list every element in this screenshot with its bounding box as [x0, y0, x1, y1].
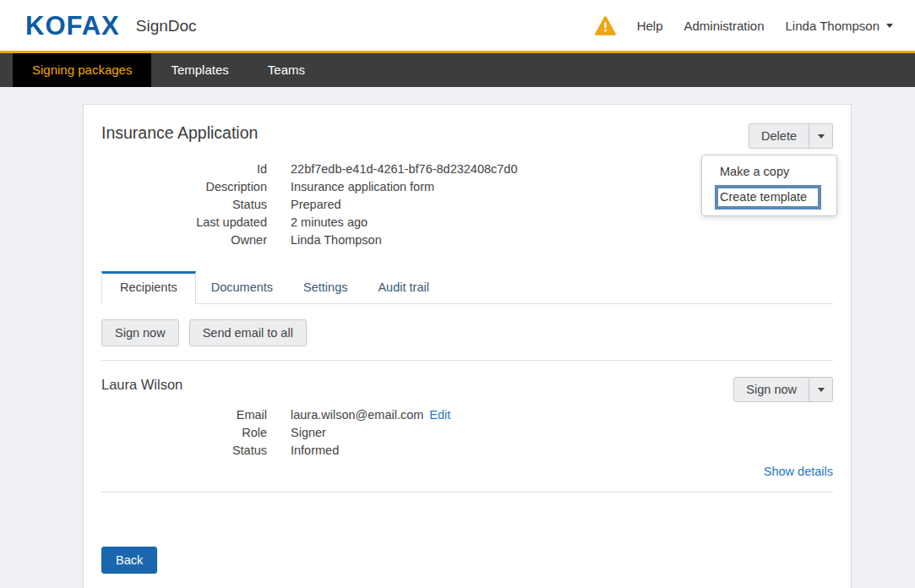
delete-dropdown-toggle[interactable]	[809, 123, 833, 149]
recipient-sign-now-button[interactable]: Sign now	[733, 377, 809, 402]
package-title: Insurance Application	[101, 123, 258, 143]
divider	[101, 492, 833, 493]
detail-label: Id	[101, 161, 267, 178]
tab-documents[interactable]: Documents	[196, 272, 288, 303]
recipient-detail-row: Role Signer	[101, 424, 833, 442]
package-detail-row: Last updated 2 minutes ago	[101, 214, 833, 231]
tab-settings[interactable]: Settings	[288, 272, 362, 303]
warning-icon[interactable]	[595, 16, 616, 35]
recipients-actions: Sign now Send email to all	[101, 319, 833, 346]
sign-now-button[interactable]: Sign now	[101, 319, 179, 346]
divider	[101, 360, 833, 361]
nav-item-signing-packages[interactable]: Signing packages	[13, 53, 151, 87]
nav-item-teams[interactable]: Teams	[248, 53, 324, 87]
detail-label: Description	[101, 178, 267, 196]
app-header: KOFAX SignDoc Help Administration Linda …	[0, 0, 915, 51]
administration-link[interactable]: Administration	[684, 19, 764, 33]
detail-value: Linda Thompson	[291, 231, 382, 249]
package-header: Insurance Application Delete Make a copy…	[101, 123, 833, 149]
tab-audit-trail[interactable]: Audit trail	[362, 272, 444, 303]
detail-value: 22bf7edb-e41d-4261-bf76-8d232408c7d0	[291, 161, 517, 178]
nav-item-templates[interactable]: Templates	[151, 53, 248, 87]
main-nav: Signing packages Templates Teams	[0, 53, 915, 87]
detail-value: 2 minutes ago	[291, 214, 368, 231]
delete-button-group: Delete Make a copy Create template	[749, 123, 833, 149]
detail-value: Informed	[291, 442, 339, 460]
chevron-down-icon	[818, 388, 825, 392]
app-name: SignDoc	[136, 17, 197, 35]
chevron-down-icon	[886, 24, 893, 28]
detail-label: Status	[101, 196, 267, 214]
page-content: Insurance Application Delete Make a copy…	[0, 87, 915, 588]
detail-label: Role	[101, 424, 267, 442]
recipient-header: Laura Wilson Sign now	[101, 377, 833, 402]
detail-label: Status	[101, 442, 267, 460]
chevron-down-icon	[818, 134, 825, 139]
package-card: Insurance Application Delete Make a copy…	[83, 104, 852, 588]
detail-value: Insurance application form	[291, 178, 434, 196]
detail-label: Last updated	[101, 214, 267, 231]
user-menu[interactable]: Linda Thompson	[786, 19, 893, 33]
detail-value: laura.wilson@email.comEdit	[291, 406, 450, 424]
detail-label: Email	[101, 406, 267, 424]
menu-item-make-a-copy[interactable]: Make a copy	[702, 162, 836, 181]
package-detail-row: Owner Linda Thompson	[101, 231, 833, 249]
menu-item-create-template[interactable]: Create template	[715, 185, 821, 210]
tab-bar: Recipients Documents Settings Audit trai…	[101, 271, 833, 304]
kofax-logo: KOFAX	[25, 13, 120, 39]
tab-recipients[interactable]: Recipients	[101, 271, 196, 304]
back-button[interactable]: Back	[101, 547, 157, 574]
show-details-link[interactable]: Show details	[764, 465, 833, 478]
recipient-details: Email laura.wilson@email.comEdit Role Si…	[101, 406, 833, 460]
recipient-detail-row: Status Informed	[101, 442, 833, 460]
recipient-name: Laura Wilson	[101, 377, 182, 393]
delete-button[interactable]: Delete	[749, 123, 809, 149]
show-details-row: Show details	[101, 465, 833, 478]
recipient-email: laura.wilson@email.com	[291, 408, 423, 422]
detail-label: Owner	[101, 231, 267, 249]
recipient-sign-now-group: Sign now	[733, 377, 833, 402]
header-actions: Help Administration Linda Thompson	[595, 16, 893, 35]
recipient-sign-now-dropdown-toggle[interactable]	[809, 377, 833, 402]
recipient-section: Laura Wilson Sign now Email laura.wilson…	[101, 377, 833, 478]
user-name: Linda Thompson	[786, 19, 880, 33]
package-actions-menu: Make a copy Create template	[701, 155, 837, 216]
detail-value: Prepared	[291, 196, 341, 214]
recipient-detail-row: Email laura.wilson@email.comEdit	[101, 406, 833, 424]
send-email-to-all-button[interactable]: Send email to all	[189, 319, 307, 346]
detail-value: Signer	[291, 424, 326, 442]
back-row: Back	[101, 547, 833, 574]
help-link[interactable]: Help	[637, 19, 663, 33]
edit-email-link[interactable]: Edit	[429, 408, 450, 422]
